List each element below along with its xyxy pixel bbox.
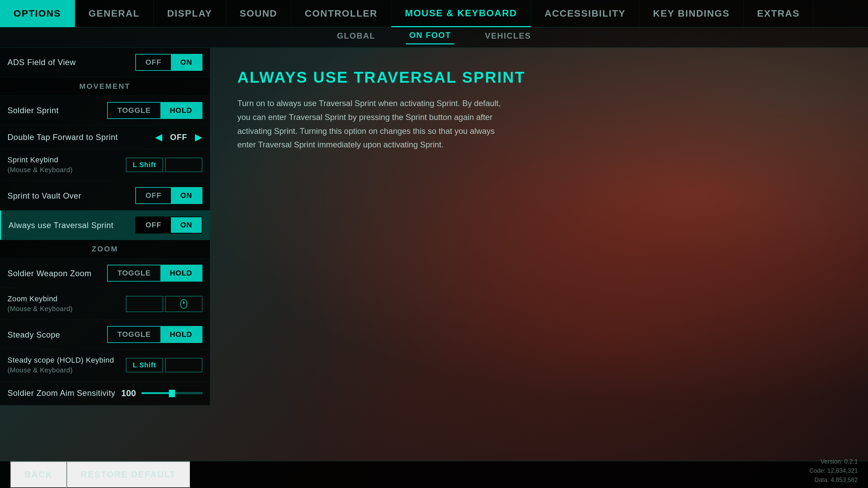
soldier-sprint-hold-btn[interactable]: HOLD <box>160 103 202 118</box>
setting-sprint-keybind[interactable]: Sprint Keybind(Mouse & Keyboard) L Shift <box>0 149 210 181</box>
nav-key-bindings[interactable]: KEY BINDINGS <box>639 0 744 27</box>
setting-steady-scope-keybind[interactable]: Steady scope (HOLD) Keybind(Mouse & Keyb… <box>0 349 210 381</box>
top-nav: OPTIONS GENERAL DISPLAY SOUND CONTROLLER… <box>0 0 868 27</box>
sprint-keybind-group: L Shift <box>126 158 202 172</box>
right-panel: ALWAYS USE TRAVERSAL SPRINT Turn on to a… <box>210 48 868 461</box>
setting-weapon-zoom[interactable]: Soldier Weapon Zoom TOGGLE HOLD <box>0 259 210 288</box>
restore-default-button[interactable]: RESTORE DEFAULT <box>66 461 190 488</box>
setting-traversal-sprint-label: Always use Traversal Sprint <box>8 220 114 230</box>
nav-mouse-keyboard[interactable]: MOUSE & KEYBOARD <box>391 0 531 27</box>
setting-double-tap-label: Double Tap Forward to Sprint <box>7 132 118 142</box>
setting-sprint-vault[interactable]: Sprint to Vault Over OFF ON <box>0 181 210 210</box>
zoom-sensitivity-fill <box>142 392 172 394</box>
setting-zoom-aim-sensitivity-label: Soldier Zoom Aim Sensitivity <box>7 388 115 398</box>
version-line2: Code: 12,834,321 <box>809 466 858 475</box>
double-tap-value: OFF <box>169 133 189 142</box>
steady-scope-toggle-btn[interactable]: TOGGLE <box>108 327 160 342</box>
setting-sprint-vault-label: Sprint to Vault Over <box>7 190 81 201</box>
version-info: Version: 0.2.1 Code: 12,834,321 Data: 4,… <box>809 457 858 485</box>
zoom-key1[interactable] <box>126 296 163 312</box>
traversal-sprint-off[interactable]: OFF <box>136 217 171 233</box>
zoom-sensitivity-value: 100 <box>116 388 136 399</box>
nav-options[interactable]: OPTIONS <box>0 0 75 27</box>
setting-zoom-keybind[interactable]: Zoom Keybind(Mouse & Keyboard) <box>0 288 210 320</box>
setting-soldier-sprint[interactable]: Soldier Sprint TOGGLE HOLD <box>0 96 210 125</box>
zoom-sensitivity-thumb[interactable] <box>169 390 175 397</box>
setting-steady-scope[interactable]: Steady Scope TOGGLE HOLD <box>0 320 210 349</box>
section-movement: MOVEMENT <box>0 77 210 96</box>
nav-display[interactable]: DISPLAY <box>154 0 226 27</box>
setting-ads-fov-label: ADS Field of View <box>7 57 76 67</box>
ads-fov-on[interactable]: ON <box>171 55 202 70</box>
version-line3: Data: 4,853,582 <box>809 475 858 485</box>
zoom-sensitivity-track[interactable] <box>141 392 202 394</box>
description-text: Turn on to always use Traversal Sprint w… <box>237 97 509 152</box>
nav-sound[interactable]: SOUND <box>226 0 291 27</box>
sprint-key2[interactable] <box>165 158 202 172</box>
steady-scope-hold-btn[interactable]: HOLD <box>160 327 202 342</box>
traversal-sprint-toggle: OFF ON <box>135 217 202 233</box>
steady-scope-keybind-group: L Shift <box>126 358 202 372</box>
setting-steady-scope-keybind-label: Steady scope (HOLD) Keybind(Mouse & Keyb… <box>7 355 114 375</box>
setting-weapon-zoom-label: Soldier Weapon Zoom <box>7 268 92 279</box>
setting-soldier-sprint-label: Soldier Sprint <box>7 105 59 116</box>
mouse-icon <box>180 299 187 309</box>
weapon-zoom-hold-btn[interactable]: HOLD <box>160 265 202 281</box>
sprint-vault-off[interactable]: OFF <box>136 188 171 203</box>
steady-scope-key1[interactable]: L Shift <box>126 358 163 372</box>
back-button[interactable]: BACK <box>10 461 66 488</box>
subnav-on-foot[interactable]: ON FOOT <box>406 30 454 44</box>
setting-zoom-aim-sensitivity[interactable]: Soldier Zoom Aim Sensitivity 100 <box>0 382 210 405</box>
weapon-zoom-toggle: TOGGLE HOLD <box>107 265 202 282</box>
double-tap-next[interactable]: ▶ <box>195 133 202 142</box>
version-line1: Version: 0.2.1 <box>809 457 858 466</box>
nav-general[interactable]: GENERAL <box>75 0 154 27</box>
main-content: ADS Field of View OFF ON MOVEMENT Soldie… <box>0 48 868 461</box>
steady-scope-toggle: TOGGLE HOLD <box>107 326 202 343</box>
setting-traversal-sprint[interactable]: Always use Traversal Sprint OFF ON <box>0 210 210 240</box>
setting-steady-scope-label: Steady Scope <box>7 329 60 340</box>
double-tap-prev[interactable]: ◀ <box>155 133 162 142</box>
description-title: ALWAYS USE TRAVERSAL SPRINT <box>237 68 841 86</box>
steady-scope-key2[interactable] <box>165 358 202 372</box>
left-panel: ADS Field of View OFF ON MOVEMENT Soldie… <box>0 48 210 405</box>
traversal-sprint-on[interactable]: ON <box>171 217 202 233</box>
soldier-sprint-toggle: TOGGLE HOLD <box>107 102 202 119</box>
settings-list: ADS Field of View OFF ON MOVEMENT Soldie… <box>0 48 210 405</box>
section-zoom: ZOOM <box>0 240 210 259</box>
setting-zoom-keybind-label: Zoom Keybind(Mouse & Keyboard) <box>7 294 73 313</box>
soldier-sprint-toggle-btn[interactable]: TOGGLE <box>108 103 160 118</box>
zoom-keybind-group <box>126 296 202 312</box>
nav-accessibility[interactable]: ACCESSIBILITY <box>531 0 639 27</box>
sprint-vault-toggle: OFF ON <box>135 187 202 204</box>
zoom-key2[interactable] <box>165 296 202 312</box>
setting-ads-fov[interactable]: ADS Field of View OFF ON <box>0 48 210 77</box>
sub-nav: GLOBAL ON FOOT VEHICLES <box>0 27 868 48</box>
nav-controller[interactable]: CONTROLLER <box>291 0 391 27</box>
double-tap-selector: ◀ OFF ▶ <box>155 133 202 142</box>
bottom-bar: BACK RESTORE DEFAULT Version: 0.2.1 Code… <box>0 461 868 488</box>
nav-extras[interactable]: EXTRAS <box>744 0 814 27</box>
zoom-sensitivity-slider: 100 <box>116 388 202 399</box>
sprint-vault-on[interactable]: ON <box>171 188 202 203</box>
weapon-zoom-toggle-btn[interactable]: TOGGLE <box>108 265 160 281</box>
subnav-global[interactable]: GLOBAL <box>334 31 379 44</box>
subnav-vehicles[interactable]: VEHICLES <box>481 31 534 44</box>
ads-fov-off[interactable]: OFF <box>136 55 171 70</box>
sprint-key1[interactable]: L Shift <box>126 158 163 172</box>
setting-double-tap[interactable]: Double Tap Forward to Sprint ◀ OFF ▶ <box>0 125 210 149</box>
left-panel-wrapper: ADS Field of View OFF ON MOVEMENT Soldie… <box>0 48 210 461</box>
setting-sprint-keybind-label: Sprint Keybind(Mouse & Keyboard) <box>7 155 73 175</box>
ads-fov-toggle: OFF ON <box>135 54 202 71</box>
